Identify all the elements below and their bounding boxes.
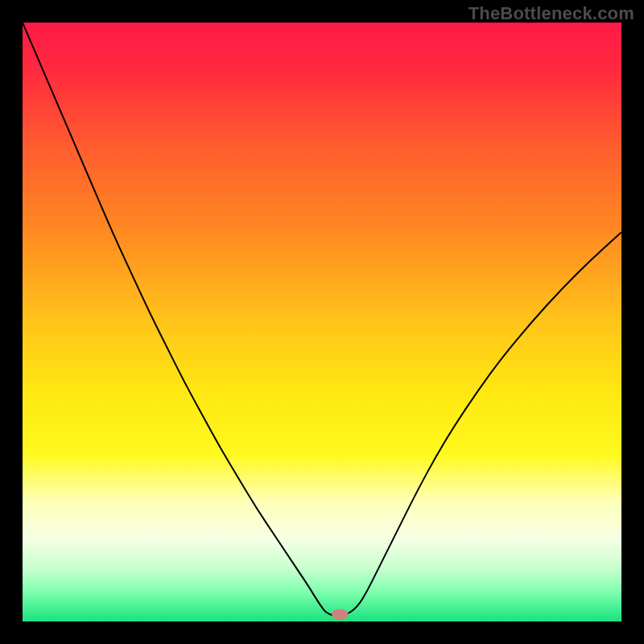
plot-area [23,23,621,621]
chart-frame: TheBottleneck.com [0,0,644,644]
watermark-text: TheBottleneck.com [469,3,634,24]
optimum-marker [332,609,349,619]
chart-svg [23,23,621,621]
